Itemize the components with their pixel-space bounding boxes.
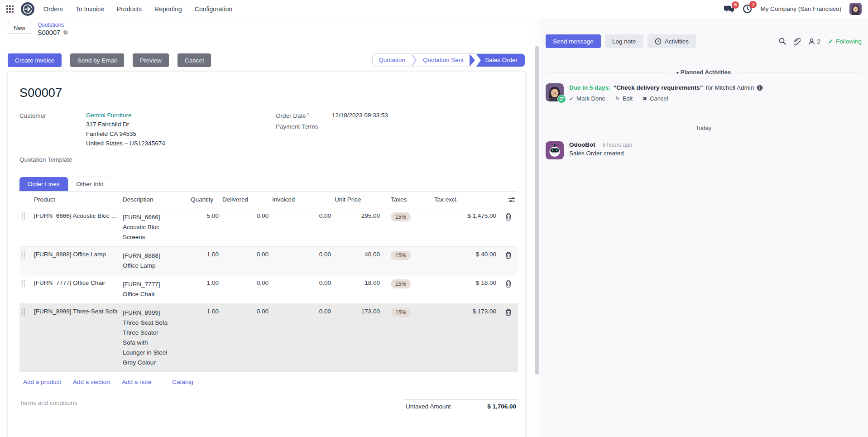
log-note-button[interactable]: Log note [605, 34, 643, 48]
delete-line-icon[interactable] [504, 308, 513, 317]
col-taxes: Taxes [382, 192, 432, 208]
cell-unit-price[interactable]: 40.00 [333, 246, 382, 275]
info-icon[interactable] [757, 85, 763, 91]
following-button[interactable]: ✓ Following [828, 38, 862, 45]
statusbar: Quotation Quotation Sent Sales Order [372, 53, 525, 67]
tax-badge[interactable]: 15% [391, 212, 411, 221]
customer-address: 317 Fairchild Dr Fairfield CA 94535 Unit… [86, 120, 165, 149]
tab-order-lines[interactable]: Order Lines [19, 177, 68, 191]
company-menu[interactable]: My Company (San Francisco) [760, 5, 841, 12]
cell-description[interactable]: [FURN_6666] Acoustic Bloc Screens [121, 208, 189, 246]
drag-handle-icon[interactable] [19, 303, 32, 372]
activities-button[interactable]: Activities [647, 34, 696, 48]
status-step-sales-order[interactable]: Sales Order [476, 53, 525, 67]
cancel-button[interactable]: Cancel [177, 53, 211, 67]
cell-invoiced[interactable]: 0.00 [270, 208, 333, 246]
add-section-link[interactable]: Add a section [73, 379, 110, 385]
order-name-title[interactable]: S00007 [19, 86, 518, 100]
cell-product[interactable]: [FURN_8888] Office Lamp [32, 246, 121, 275]
cell-invoiced[interactable]: 0.00 [270, 303, 333, 372]
delete-line-icon[interactable] [504, 279, 513, 288]
cell-delivered[interactable]: 0.00 [221, 208, 270, 246]
send-message-button[interactable]: Send message [546, 34, 601, 48]
cell-invoiced[interactable]: 0.00 [270, 275, 333, 303]
followers-button[interactable]: 2 [808, 38, 820, 45]
message-author[interactable]: OdooBot [569, 141, 595, 148]
tab-other-info[interactable]: Other Info [68, 177, 112, 191]
cell-quantity[interactable]: 5.00 [189, 208, 221, 246]
new-button[interactable]: New [8, 22, 31, 34]
status-step-quotation-sent[interactable]: Quotation Sent [417, 54, 470, 67]
delete-line-icon[interactable] [504, 251, 513, 260]
cell-unit-price[interactable]: 18.00 [333, 275, 382, 303]
vertical-scrollbar [535, 19, 539, 437]
breadcrumb-current: S00007 [38, 29, 60, 37]
status-separator-icon [411, 54, 417, 67]
cell-delivered[interactable]: 0.00 [221, 303, 270, 372]
cell-product[interactable]: [FURN_6666] Acoustic Bloc Screens [32, 208, 121, 246]
menu-configuration[interactable]: Configuration [195, 5, 232, 13]
breadcrumb-quotations-link[interactable]: Quotations [38, 22, 68, 29]
edit-activity-button[interactable]: ✎Edit [615, 95, 633, 102]
attachments-icon[interactable] [794, 38, 801, 45]
add-note-link[interactable]: Add a note [122, 379, 151, 385]
tax-badge[interactable]: 15% [391, 251, 411, 260]
chatter-panel: Send message Log note Activities 2 ✓ Fol… [540, 18, 868, 437]
today-divider: Today [546, 125, 862, 131]
menu-reporting[interactable]: Reporting [154, 5, 182, 13]
cell-product[interactable]: [FURN_8999] Three-Seat Sofa [32, 303, 121, 372]
menu-products[interactable]: Products [117, 5, 142, 13]
form-sheet: S00007 Customer Gemini Furniture 317 Fai… [8, 72, 525, 437]
user-avatar[interactable] [849, 3, 862, 15]
actions-gear-icon[interactable]: ⚙ [63, 29, 68, 36]
cell-unit-price[interactable]: 173.00 [333, 303, 382, 372]
tax-badge[interactable]: 15% [391, 279, 411, 288]
cell-description[interactable]: [FURN_8999] Three-Seat Sofa Three Seater… [121, 303, 189, 372]
cell-quantity[interactable]: 1.00 [189, 303, 221, 372]
customer-link[interactable]: Gemini Furniture [86, 112, 165, 119]
activity-type-badge-icon [557, 95, 566, 103]
catalog-link[interactable]: Catalog [172, 379, 193, 385]
order-date-field[interactable]: 12/18/2023 09:33:53 [332, 112, 388, 119]
tax-badge[interactable]: 15% [391, 308, 411, 317]
sales-app-icon[interactable] [21, 2, 34, 16]
cell-unit-price[interactable]: 295.00 [333, 208, 382, 246]
optional-columns-icon[interactable] [508, 196, 516, 204]
cell-invoiced[interactable]: 0.00 [270, 246, 333, 275]
preview-button[interactable]: Preview [133, 53, 169, 67]
status-step-quotation[interactable]: Quotation [373, 54, 411, 67]
activity-assignee: for Mitchell Admin [706, 83, 754, 92]
cell-description[interactable]: [FURN_7777] Office Chair [121, 275, 189, 303]
cell-description[interactable]: [FURN_8888] Office Lamp [121, 246, 189, 275]
col-unit-price: Unit Price [333, 192, 382, 208]
customer-label: Customer [19, 112, 86, 149]
quotation-template-label: Quotation Template [19, 156, 86, 163]
menu-to-invoice[interactable]: To Invoice [76, 5, 104, 13]
mark-done-button[interactable]: ✓Mark Done [569, 95, 605, 102]
activities-clock-icon[interactable]: 7 [743, 4, 752, 14]
create-invoice-button[interactable]: Create Invoice [8, 53, 62, 67]
search-messages-icon[interactable] [779, 38, 786, 45]
cell-quantity[interactable]: 1.00 [189, 275, 221, 303]
delete-line-icon[interactable] [504, 212, 513, 221]
app-menu: Orders To Invoice Products Reporting Con… [43, 5, 232, 13]
drag-handle-icon[interactable] [19, 208, 32, 246]
messages-icon[interactable]: 6 [724, 5, 734, 14]
cancel-activity-button[interactable]: ✖Cancel [643, 95, 668, 102]
cell-delivered[interactable]: 0.00 [221, 275, 270, 303]
drag-handle-icon[interactable] [19, 275, 32, 303]
menu-orders[interactable]: Orders [43, 5, 63, 13]
cell-tax-excl: $ 173.00 [432, 303, 498, 372]
add-product-link[interactable]: Add a product [23, 379, 61, 385]
cell-quantity[interactable]: 1.00 [189, 246, 221, 275]
cell-delivered[interactable]: 0.00 [221, 246, 270, 275]
send-by-email-button[interactable]: Send by Email [70, 53, 124, 67]
apps-menu-icon[interactable] [6, 5, 14, 13]
cell-product[interactable]: [FURN_7777] Office Chair [32, 275, 121, 303]
message-time: - 6 hours ago [599, 142, 633, 148]
drag-handle-icon[interactable] [19, 246, 32, 275]
breadcrumb: Quotations S00007 ⚙ [38, 22, 68, 37]
planned-activities-header[interactable]: ▾Planned Activities [546, 69, 862, 76]
scrollbar-thumb[interactable] [535, 46, 539, 375]
terms-and-conditions-field[interactable]: Terms and conditions [19, 399, 77, 410]
